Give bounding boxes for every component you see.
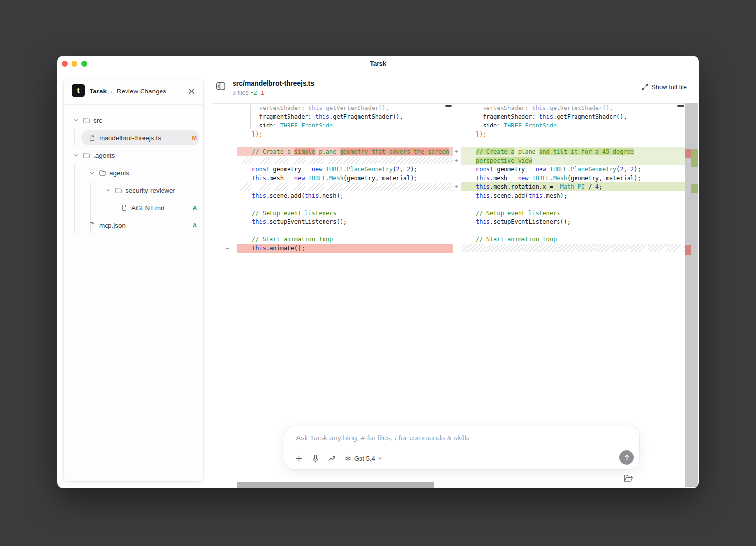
code-line: // Create a simple plane geometry that c… [237,147,453,156]
diff-filler-line [237,156,453,165]
chat-placeholder[interactable]: Ask Tarsk anything, # for files, / for c… [296,434,469,442]
folder-icon [115,187,122,194]
tree-item-security-reviewer[interactable]: security-reviewer [64,182,203,199]
tree-item-mandelbrot-threejs.ts[interactable]: mandelbrot-threejs.tsM [64,129,203,146]
code-line: this.scene.add(this.mesh); [237,191,453,200]
diff-line-marker [452,165,460,174]
breadcrumb-app[interactable]: Tarsk [90,88,107,95]
chat-input-box[interactable]: Ask Tarsk anything, # for files, / for c… [284,426,640,470]
sidebar-divider [64,104,203,105]
code-line [237,139,453,147]
code-line: // Create a plane and tilt it for a 45-d… [461,147,685,156]
diff-pane-old[interactable]: vertexShader: this.getVertexShader(), fr… [237,104,453,253]
chevron-down-icon [378,456,383,461]
diff-line-marker: + [452,156,460,165]
tree-item-label: AGENT.md [131,204,164,212]
diff-line-marker [226,226,235,235]
tree-item-AGENT.md[interactable]: AGENT.mdA [64,199,203,217]
diff-line-marker [452,104,460,112]
chevron-down-icon [73,152,79,159]
code-line: const geometry = new THREE.PlaneGeometry… [461,165,685,174]
tree-item-.agents[interactable]: .agents [64,146,203,164]
close-traffic-light[interactable] [62,61,68,67]
diff-line-marker [452,191,460,200]
tree-item-label: mandelbrot-threejs.ts [99,134,161,142]
app-window: Tarsk t Tarsk › Review Changes src [57,56,699,488]
folder-icon [83,152,90,159]
diff-line-marker [226,218,235,226]
show-full-file-button[interactable]: Show full file [641,83,687,91]
code-line: const geometry = new THREE.PlaneGeometry… [237,165,453,174]
status-badge: A [193,205,197,211]
diff-line-marker [226,209,235,218]
send-button[interactable] [619,450,634,465]
diff-line-marker [452,112,460,121]
code-line: // Start animation loop [461,235,685,244]
code-line [461,226,685,235]
desktop-background: Tarsk t Tarsk › Review Changes src [0,0,756,546]
arrow-up-icon [623,454,630,461]
chevron-down-icon [89,170,95,176]
minimize-traffic-light[interactable] [72,61,77,67]
zoom-traffic-light[interactable] [81,61,87,67]
diff-line-marker [452,200,460,209]
right-pane-scrollbar-thumb[interactable] [677,105,684,107]
tree-item-label: .agents [93,152,115,159]
diff-line-marker [226,182,235,191]
tree-item-label: src [93,117,102,124]
code-line: // Setup event listeners [237,209,453,218]
right-diff-gutter: +++ [452,104,460,253]
file-icon [89,222,96,229]
ruler-marker-add [691,149,698,167]
diff-line-marker [226,200,235,209]
additions-count: +2 [250,90,257,96]
file-path-title: src/mandelbrot-threejs.ts [233,79,314,87]
horizontal-scrollbar[interactable] [237,482,434,488]
trending-up-icon[interactable] [328,455,336,463]
code-line: }); [461,130,685,139]
diff-line-marker [452,130,460,139]
breadcrumb-view: Review Changes [117,88,166,95]
tree-item-label: mcp.json [99,222,126,229]
code-line: this.animate(); [237,244,453,253]
code-line: // Setup event listeners [461,209,685,218]
diff-pane-new[interactable]: vertexShader: this.getVertexShader(), fr… [461,104,685,253]
code-line [461,139,685,147]
code-line: fragmentShader: this.getFragmentShader()… [461,112,685,121]
titlebar: Tarsk [57,56,699,72]
tree-item-mcp.json[interactable]: mcp.jsonA [64,217,203,234]
chevron-down-icon [105,187,111,194]
chevron-down-icon [73,117,79,124]
collapse-sidebar-icon[interactable] [216,81,226,91]
diff-line-marker [226,235,235,244]
code-line: this.setupEventListeners(); [237,218,453,226]
plus-icon[interactable] [295,455,303,463]
diff-line-marker [452,244,460,253]
window-title: Tarsk [370,60,386,67]
open-folder-icon[interactable] [623,473,634,483]
diff-line-marker [452,226,460,235]
app-logo: t [72,84,85,97]
left-pane-scrollbar-thumb[interactable] [445,105,452,107]
ruler-marker-del [685,149,691,158]
close-icon[interactable] [187,87,196,95]
diff-line-marker [226,165,235,174]
diff-line-marker [226,121,235,130]
diff-line-marker [452,218,460,226]
sidebar: t Tarsk › Review Changes srcmandelbrot-t… [63,78,204,482]
code-line: perspective view [461,156,685,165]
diff-overview-ruler[interactable] [685,103,698,487]
code-line [237,200,453,209]
microphone-icon[interactable] [311,455,320,463]
code-line: vertexShader: this.getVertexShader(), [461,104,685,112]
model-selector[interactable]: Gpt 5.4 [344,455,383,462]
tree-item-src[interactable]: src [64,111,203,129]
deletions-count: -1 [259,90,264,96]
diff-line-marker [452,235,460,244]
sidebar-header: t Tarsk › Review Changes [64,78,203,104]
diff-line-marker: + [452,147,460,156]
diff-line-marker [452,121,460,130]
tree-item-agents[interactable]: agents [64,164,203,182]
code-line: side: THREE.FrontSide [461,121,685,130]
diff-filler-line [461,244,685,253]
